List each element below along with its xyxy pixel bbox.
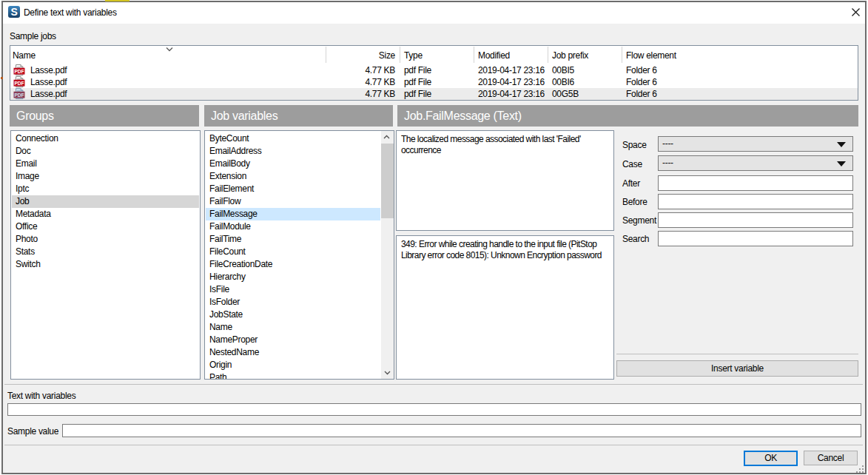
svg-text:PDF: PDF [14, 92, 24, 98]
svg-text:PDF: PDF [14, 81, 24, 86]
svg-text:PDF: PDF [14, 69, 24, 74]
svg-text:S: S [10, 6, 17, 18]
